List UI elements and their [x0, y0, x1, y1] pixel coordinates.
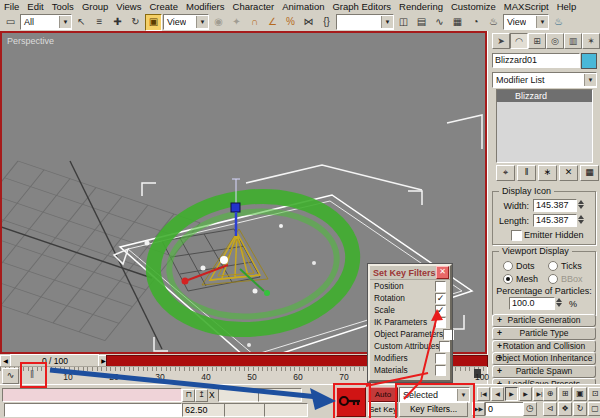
- tab-utilities[interactable]: ✶: [582, 33, 600, 49]
- menu-edit[interactable]: Edit: [23, 1, 47, 12]
- menu-rendering[interactable]: Rendering: [395, 1, 447, 12]
- zoom-extents-all-icon[interactable]: ⊡: [588, 387, 600, 401]
- make-unique-icon[interactable]: ∗: [538, 165, 557, 181]
- pin-stack-icon[interactable]: ⌖: [496, 165, 515, 181]
- filter-checkbox-custom-attributes[interactable]: [439, 341, 450, 352]
- curve-editor-icon[interactable]: ∿: [431, 14, 448, 31]
- select-scale-icon[interactable]: ▣: [145, 14, 162, 31]
- menu-graph-editors[interactable]: Graph Editors: [328, 1, 395, 12]
- show-end-result-icon[interactable]: ‖: [517, 165, 536, 181]
- mirror-icon[interactable]: ⋈: [300, 14, 317, 31]
- trackbar-keys-icon[interactable]: ‖: [25, 368, 39, 382]
- percent-snap-icon[interactable]: %: [282, 14, 299, 31]
- object-name-field[interactable]: Blizzard01: [492, 53, 580, 68]
- select-object-icon[interactable]: ↖: [73, 14, 90, 31]
- tab-modify[interactable]: ◠: [510, 33, 528, 49]
- filter-checkbox-materials[interactable]: [435, 365, 446, 376]
- tab-hierarchy[interactable]: ⊞: [528, 33, 546, 49]
- percentage-field[interactable]: 100.0: [509, 297, 555, 310]
- time-tag-field[interactable]: [264, 403, 308, 417]
- named-selection-sets-icon[interactable]: {}: [318, 14, 335, 31]
- close-icon[interactable]: ✕: [436, 266, 449, 279]
- viewport-display-option-ticks[interactable]: Ticks: [548, 259, 593, 272]
- tab-display[interactable]: ▥: [564, 33, 582, 49]
- named-selection-dropdown[interactable]: ▼: [336, 14, 394, 30]
- grid-field[interactable]: [224, 403, 268, 417]
- tab-motion[interactable]: ◎: [546, 33, 564, 49]
- set-keys-button[interactable]: [336, 387, 366, 417]
- coord-y-field[interactable]: [258, 388, 302, 402]
- select-by-name-icon[interactable]: ≡: [91, 14, 108, 31]
- use-center-icon[interactable]: ◉: [210, 14, 227, 31]
- select-manipulate-icon[interactable]: ✦: [228, 14, 245, 31]
- absolute-mode-icon[interactable]: ↥: [195, 389, 208, 402]
- filter-checkbox-scale[interactable]: ✓: [435, 305, 446, 316]
- rollout-rotation-and-collision[interactable]: +Rotation and Collision: [492, 340, 596, 353]
- menu-group[interactable]: Group: [78, 1, 112, 12]
- rollout-particle-type[interactable]: +Particle Type: [492, 327, 596, 340]
- modifier-list-dropdown[interactable]: Modifier List ▼: [492, 72, 597, 88]
- status-prompt-line[interactable]: [4, 403, 182, 417]
- configure-modifier-sets-icon[interactable]: ▦: [580, 165, 599, 181]
- rollout-particle-generation[interactable]: +Particle Generation: [492, 314, 596, 327]
- layer-manager-icon[interactable]: ▤: [413, 14, 430, 31]
- key-mode-toggle-icon[interactable]: ▶▶: [472, 402, 485, 416]
- menu-tools[interactable]: Tools: [48, 1, 78, 12]
- time-configuration-icon[interactable]: ◷: [523, 402, 537, 416]
- set-key-button[interactable]: Set Key: [368, 402, 398, 417]
- viewport-display-option-mesh[interactable]: Mesh: [503, 272, 548, 285]
- filter-checkbox-position[interactable]: [435, 281, 446, 292]
- menu-create[interactable]: Create: [145, 1, 182, 12]
- radio-mesh[interactable]: [503, 274, 513, 284]
- menu-modifiers[interactable]: Modifiers: [182, 1, 229, 12]
- select-region-icon[interactable]: ▭: [2, 14, 19, 31]
- emitter-hidden-checkbox[interactable]: [511, 230, 522, 241]
- coordinate-value-field[interactable]: 62.50: [182, 403, 228, 417]
- menu-customize[interactable]: Customize: [447, 1, 500, 12]
- play-button[interactable]: ▶: [505, 387, 518, 401]
- macro-recorder-line[interactable]: [2, 388, 182, 402]
- next-frame-button[interactable]: ▶: [519, 387, 532, 401]
- rollout-object-motion-inheritance[interactable]: +Object Motion Inheritance: [492, 352, 596, 365]
- render-scene-icon[interactable]: ♨: [485, 14, 502, 31]
- arc-rotate-icon[interactable]: ↻: [573, 402, 587, 416]
- menu-maxscript[interactable]: MAXScript: [500, 1, 553, 12]
- radio-dots[interactable]: [503, 261, 513, 271]
- snap-toggle-icon[interactable]: ∩: [246, 14, 263, 31]
- zoom-all-icon[interactable]: ⊞: [558, 387, 572, 401]
- key-filter-scope-dropdown[interactable]: Selected ▼: [399, 387, 470, 403]
- filter-checkbox-modifiers[interactable]: [435, 353, 446, 364]
- angle-snap-icon[interactable]: ∠: [264, 14, 281, 31]
- menu-animation[interactable]: Animation: [278, 1, 328, 12]
- quick-render-icon[interactable]: ♨: [550, 14, 567, 31]
- menu-character[interactable]: Character: [229, 1, 279, 12]
- tab-create[interactable]: ➤: [492, 33, 510, 49]
- align-icon[interactable]: ◫: [395, 14, 412, 31]
- current-frame-field[interactable]: 0: [485, 402, 525, 416]
- width-field[interactable]: 145.387: [533, 199, 577, 212]
- dialog-title-bar[interactable]: Set Key Filters ✕: [370, 266, 450, 280]
- lock-selection-icon[interactable]: ⊓: [182, 389, 195, 402]
- schematic-view-icon[interactable]: ▦: [449, 14, 466, 31]
- render-type-dropdown[interactable]: View▼: [503, 14, 549, 30]
- modifier-stack-list[interactable]: Blizzard: [496, 89, 593, 163]
- rollout-particle-spawn[interactable]: +Particle Spawn: [492, 365, 596, 378]
- mini-curve-editor-icon[interactable]: ∿: [2, 368, 19, 384]
- auto-key-button[interactable]: Auto Key: [368, 387, 398, 402]
- radio-bbox[interactable]: [548, 274, 558, 284]
- percentage-spinner[interactable]: [555, 297, 564, 308]
- ref-coord-dropdown[interactable]: View▼: [163, 14, 209, 30]
- viewport-label[interactable]: Perspective: [7, 36, 54, 46]
- material-editor-icon[interactable]: ◔: [467, 14, 484, 31]
- zoom-icon[interactable]: ⊕: [543, 387, 557, 401]
- selection-filter-dropdown[interactable]: All▼: [20, 14, 72, 30]
- zoom-extents-icon[interactable]: ▣: [573, 387, 587, 401]
- pan-icon[interactable]: ❖: [558, 402, 572, 416]
- object-color-swatch[interactable]: [581, 53, 597, 69]
- radio-ticks[interactable]: [548, 261, 558, 271]
- goto-start-button[interactable]: |◀: [477, 387, 490, 401]
- viewport-display-option-dots[interactable]: Dots: [503, 259, 548, 272]
- fov-icon[interactable]: ⊲: [543, 402, 557, 416]
- viewport-display-option-bbox[interactable]: BBox: [548, 272, 593, 285]
- select-rotate-icon[interactable]: ↻: [127, 14, 144, 31]
